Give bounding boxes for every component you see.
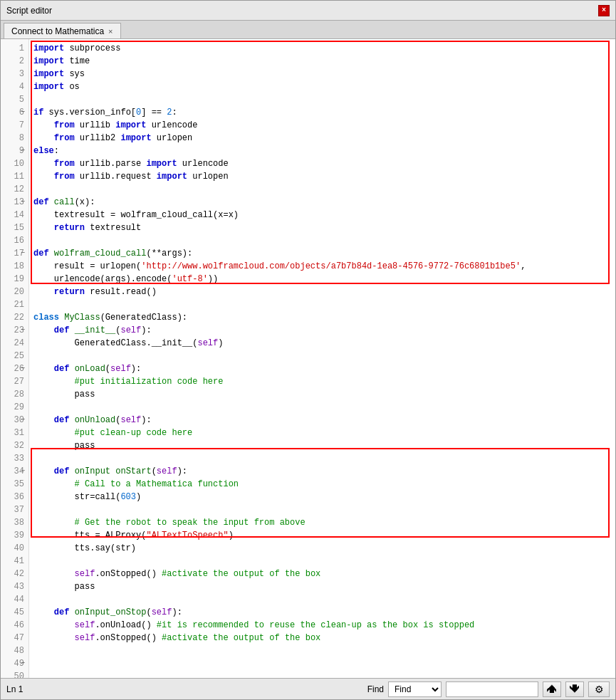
code-line-5	[29, 93, 615, 106]
line-num-37: 37	[1, 503, 28, 516]
line-num-22: 22	[1, 311, 28, 324]
line-num-15: 15	[1, 221, 28, 234]
line-num-19: 19	[1, 273, 28, 286]
line-num-27: 27	[1, 375, 28, 388]
line-num-4: 4	[1, 80, 28, 93]
line-num-8: 8	[1, 132, 28, 145]
code-line-36: str=call(603)	[29, 491, 615, 503]
line-num-41: 41	[1, 555, 28, 568]
line-num-11: 11	[1, 170, 28, 183]
code-line-50	[29, 670, 615, 678]
line-num-12: 12	[1, 183, 28, 196]
code-line-22: class MyClass(GeneratedClass):	[29, 311, 615, 324]
line-num-35: 35	[1, 478, 28, 491]
code-line-31: #put clean-up code here	[29, 427, 615, 439]
line-num-40: 40	[1, 542, 28, 555]
line-num-39: 39	[1, 529, 28, 542]
code-line-27: #put initialization code here	[29, 375, 615, 388]
title-bar: Script editor ×	[1, 1, 615, 21]
script-editor-window: Script editor × Connect to Mathematica ×…	[0, 0, 616, 700]
line-num-28: 28	[1, 388, 28, 401]
line-num-42: 42	[1, 568, 28, 580]
code-line-47: self.onStopped() #activate the output of…	[29, 632, 615, 644]
code-line-26: − def onLoad(self):	[29, 362, 615, 375]
code-line-48	[29, 644, 615, 657]
code-line-18: result = urlopen('http://www.wolframclou…	[29, 260, 615, 273]
line-num-16: 16	[1, 234, 28, 247]
find-label: Find	[367, 684, 384, 694]
code-line-37	[29, 503, 615, 516]
line-num-10: 10	[1, 157, 28, 170]
tab-bar: Connect to Mathematica ×	[1, 21, 615, 39]
code-line-40: tts.say(str)	[29, 542, 615, 555]
line-num-29: 29	[1, 401, 28, 414]
code-line-7: from urllib import urlencode	[29, 119, 615, 132]
line-num-3: 3	[1, 68, 28, 80]
code-content[interactable]: import subprocess import time import sys…	[29, 39, 615, 678]
find-settings-button[interactable]: ⚙	[588, 681, 610, 697]
code-line-19: urlencode(args).encode('utf-8'))	[29, 273, 615, 286]
line-num-20: 20	[1, 286, 28, 298]
editor-area: 1 2 3 4 5 6 7 8 9 10 11 12 13 14 15 16 1…	[1, 39, 615, 678]
code-line-33	[29, 452, 615, 465]
cursor-position: Ln 1	[6, 684, 362, 694]
code-line-43: pass	[29, 580, 615, 593]
code-line-25	[29, 350, 615, 362]
find-toolbar: Find Find Replace 🢁 🢃 ⚙	[367, 681, 610, 697]
window-title: Script editor	[6, 6, 52, 16]
tab-close-button[interactable]: ×	[108, 27, 113, 36]
code-line-42: self.onStopped() #activate the output of…	[29, 568, 615, 580]
line-num-32: 32	[1, 439, 28, 452]
line-num-46: 46	[1, 619, 28, 632]
line-num-45: 45	[1, 606, 28, 619]
code-line-49: −	[29, 657, 615, 670]
code-line-20: return result.read()	[29, 286, 615, 298]
find-previous-button[interactable]: 🢁	[543, 681, 561, 697]
line-num-47: 47	[1, 632, 28, 644]
line-num-31: 31	[1, 427, 28, 439]
code-container[interactable]: 1 2 3 4 5 6 7 8 9 10 11 12 13 14 15 16 1…	[1, 39, 615, 678]
line-num-44: 44	[1, 593, 28, 606]
code-line-35: # Call to a Mathematica function	[29, 478, 615, 491]
line-num-33: 33	[1, 452, 28, 465]
code-line-32: pass	[29, 439, 615, 452]
code-line-4: import os	[29, 80, 615, 93]
line-num-1: 1	[1, 42, 28, 55]
code-line-10: from urllib.parse import urlencode	[29, 157, 615, 170]
code-line-3: import sys	[29, 68, 615, 80]
code-line-9: −else:	[29, 145, 615, 157]
close-button[interactable]: ×	[598, 5, 610, 16]
code-line-12	[29, 183, 615, 196]
line-num-14: 14	[1, 209, 28, 221]
line-num-18: 18	[1, 260, 28, 273]
status-bar: Ln 1 Find Find Replace 🢁 🢃 ⚙	[1, 678, 615, 699]
code-line-23: − def __init__(self):	[29, 324, 615, 337]
code-line-15: return textresult	[29, 221, 615, 234]
find-input[interactable]	[446, 681, 538, 697]
find-next-button[interactable]: 🢃	[565, 681, 584, 697]
code-line-11: from urllib.request import urlopen	[29, 170, 615, 183]
line-num-5: 5	[1, 93, 28, 106]
code-line-29	[29, 401, 615, 414]
code-line-14: textresult = wolfram_cloud_call(x=x)	[29, 209, 615, 221]
code-line-45: def onInput_onStop(self):	[29, 606, 615, 619]
code-line-21	[29, 298, 615, 311]
code-line-17: −def wolfram_cloud_call(**args):	[29, 247, 615, 260]
line-num-50: 50	[1, 670, 28, 678]
line-num-43: 43	[1, 580, 28, 593]
code-line-34: − def onInput onStart(self):	[29, 465, 615, 478]
code-line-41	[29, 555, 615, 568]
code-line-28: pass	[29, 388, 615, 401]
tab-connect-mathematica[interactable]: Connect to Mathematica ×	[4, 23, 121, 38]
tab-label: Connect to Mathematica	[11, 26, 104, 36]
line-numbers: 1 2 3 4 5 6 7 8 9 10 11 12 13 14 15 16 1…	[1, 39, 29, 678]
line-num-21: 21	[1, 298, 28, 311]
code-line-6: −if sys.version_info[0] == 2:	[29, 106, 615, 119]
code-line-24: GeneratedClass.__init__(self)	[29, 337, 615, 350]
code-line-8: from urllib2 import urlopen	[29, 132, 615, 145]
code-line-13: −def call(x):	[29, 196, 615, 209]
line-num-36: 36	[1, 491, 28, 503]
code-line-38: # Get the robot to speak the input from …	[29, 516, 615, 529]
line-num-25: 25	[1, 350, 28, 362]
find-mode-select[interactable]: Find Replace	[388, 681, 442, 697]
